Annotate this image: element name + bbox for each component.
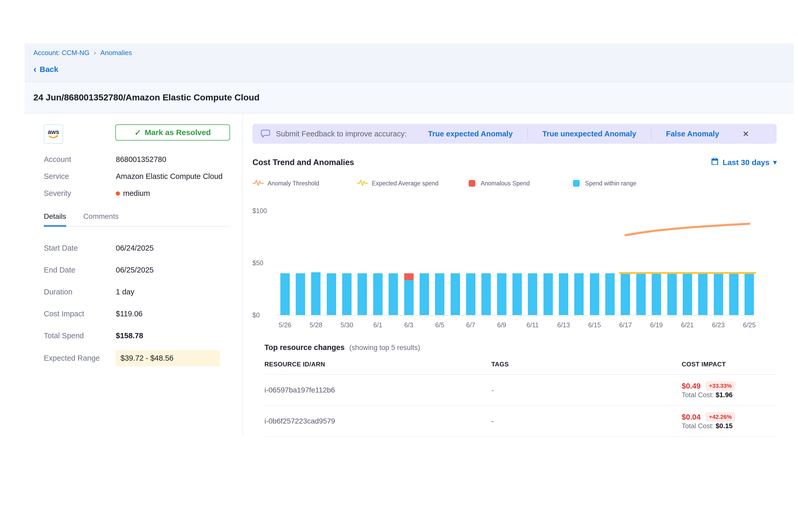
x-axis-tick: 5/28: [309, 321, 322, 329]
details-rows: Start Date 06/24/2025 End Date 06/25/202…: [44, 241, 230, 366]
duration-label: Duration: [44, 288, 116, 296]
breadcrumb-account-link[interactable]: Account: CCM-NG: [33, 49, 90, 57]
resource-cost-cell: $0.04 +42.26% Total Cost: $0.15: [682, 412, 777, 430]
severity-badge: medium: [116, 189, 150, 198]
x-axis-tick: 6/7: [466, 321, 475, 329]
cost-delta-badge: +33.33%: [705, 381, 736, 391]
expected-range-value: $39.72 - $48.56: [116, 350, 220, 366]
chart-panel: Submit Feedback to improve accuracy: Tru…: [243, 113, 794, 437]
severity-dot-icon: [116, 191, 120, 195]
x-axis-tick: 6/9: [497, 321, 506, 329]
table-row: i-0b6f257223cad9579 - $0.04 +42.26% Tota…: [264, 406, 777, 437]
x-axis-tick: 6/23: [712, 321, 725, 329]
back-button[interactable]: ‹ Back: [33, 65, 58, 74]
severity-label: Severity: [44, 189, 116, 198]
resource-table: RESOURCE ID/ARN TAGS COST IMPACT i-06597…: [264, 361, 777, 437]
anomaly-threshold-line: [625, 224, 749, 235]
table-row: i-06597ba197fe112b6 - $0.49 +33.33% Tota…: [264, 375, 777, 406]
start-date-value: 06/24/2025: [116, 244, 154, 252]
within-range-swatch-icon: [571, 178, 581, 188]
total-spend-label: Total Spend: [44, 331, 116, 340]
anomaly-detail-page: Account: CCM-NG › Anomalies ‹ Back 24 Ju…: [0, 0, 798, 532]
resource-cost-cell: $0.49 +33.33% Total Cost: $1.96: [682, 381, 777, 399]
chart-title: Cost Trend and Anomalies: [252, 158, 354, 167]
breadcrumb-anomalies-link[interactable]: Anomalies: [100, 49, 132, 57]
feedback-true-unexpected-button[interactable]: True unexpected Anomaly: [527, 128, 651, 140]
x-axis-tick: 6/1: [373, 321, 382, 329]
legend-spend-within-range: Spend within range: [571, 178, 647, 188]
mark-as-resolved-button[interactable]: ✓ Mark as Resolved: [115, 125, 230, 140]
resource-tags: -: [491, 417, 682, 425]
total-cost-line: Total Cost: $0.15: [682, 422, 733, 430]
total-spend-value: $158.78: [116, 331, 143, 340]
cost-impact-value: $119.06: [116, 309, 142, 318]
date-range-picker[interactable]: Last 30 days ▾: [711, 157, 777, 167]
page-title: 24 Jun/868001352780/Amazon Elastic Compu…: [33, 92, 785, 102]
end-date-value: 06/25/2025: [116, 266, 154, 274]
x-axis-tick: 5/26: [279, 321, 291, 329]
x-axis-tick: 5/30: [341, 321, 353, 329]
service-value: Amazon Elastic Compute Cloud: [116, 172, 223, 181]
x-axis-tick: 6/3: [404, 321, 413, 329]
account-label: Account: [44, 155, 116, 164]
severity-value: medium: [123, 189, 150, 198]
table-title: Top resource changes: [264, 343, 344, 352]
anomaly-card: Account: CCM-NG › Anomalies ‹ Back 24 Ju…: [24, 43, 794, 437]
summary-panel: aws ✓ Mark as Resolved Account 868001352…: [24, 113, 243, 437]
speech-bubble-icon: [260, 128, 271, 139]
expected-range-label: Expected Range: [44, 354, 116, 362]
feedback-prompt: Submit Feedback to improve accuracy:: [276, 130, 406, 138]
resource-tags: -: [491, 386, 682, 394]
aws-logo-text: aws: [48, 129, 59, 135]
expected-line-icon: [357, 178, 368, 189]
anomalous-swatch-icon: [467, 178, 477, 188]
col-resource-id: RESOURCE ID/ARN: [264, 361, 491, 368]
chart-y-axis: $100$50$0: [252, 201, 276, 316]
y-axis-tick: $0: [252, 311, 260, 319]
tab-comments[interactable]: Comments: [83, 212, 119, 226]
x-axis-tick: 6/11: [527, 321, 539, 329]
x-axis-tick: 6/17: [619, 321, 632, 329]
x-axis-tick: 6/5: [435, 321, 444, 329]
detail-tabs: Details Comments: [44, 212, 230, 227]
check-icon: ✓: [135, 128, 141, 137]
back-label: Back: [40, 65, 58, 74]
date-range-value: Last 30 days: [723, 158, 770, 167]
cost-impact-label: Cost Impact: [44, 309, 116, 318]
table-subtitle: (showing top 5 results): [349, 344, 420, 352]
feedback-true-expected-button[interactable]: True expected Anomaly: [413, 128, 527, 140]
end-date-label: End Date: [44, 266, 116, 274]
back-chevron-icon: ‹: [33, 65, 37, 74]
title-band: 24 Jun/868001352780/Amazon Elastic Compu…: [24, 82, 794, 113]
start-date-label: Start Date: [44, 244, 116, 252]
top-resource-changes-section: Top resource changes (showing top 5 resu…: [252, 343, 777, 437]
content: aws ✓ Mark as Resolved Account 868001352…: [24, 113, 794, 437]
resource-id: i-0b6f257223cad9579: [264, 417, 491, 425]
breadcrumb: Account: CCM-NG › Anomalies: [33, 49, 785, 57]
x-axis-tick: 6/13: [557, 321, 570, 329]
y-axis-tick: $100: [252, 207, 267, 215]
aws-logo: aws: [44, 125, 63, 144]
col-cost-impact: COST IMPACT: [682, 361, 777, 368]
cost-impact-amount: $0.49: [682, 382, 701, 391]
tab-details[interactable]: Details: [44, 212, 66, 227]
cost-impact-amount: $0.04: [682, 413, 701, 421]
y-axis-tick: $50: [252, 259, 263, 267]
duration-value: 1 day: [116, 288, 134, 296]
feedback-false-anomaly-button[interactable]: False Anomaly: [651, 128, 734, 140]
x-axis-tick: 6/19: [650, 321, 663, 329]
total-cost-line: Total Cost: $1.96: [682, 391, 733, 399]
legend-expected-average: Expected Average spend: [357, 178, 438, 189]
col-tags: TAGS: [491, 361, 682, 368]
legend-anomaly-threshold: Anomaly Threshold: [252, 178, 328, 189]
caret-down-icon: ▾: [773, 158, 777, 166]
resource-id: i-06597ba197fe112b6: [264, 386, 491, 394]
x-axis-tick: 6/21: [681, 321, 694, 329]
chart-legend: Anomaly Threshold Expected Average spend…: [252, 178, 777, 189]
calendar-icon: [711, 157, 719, 167]
legend-anomalous-spend: Anomalous Spend: [467, 178, 543, 188]
feedback-close-icon[interactable]: ✕: [742, 129, 749, 138]
chart-plot-area: 5/265/285/306/16/36/56/76/96/116/136/156…: [277, 201, 757, 316]
feedback-bar: Submit Feedback to improve accuracy: Tru…: [252, 124, 777, 144]
x-axis-tick: 6/25: [743, 321, 756, 329]
